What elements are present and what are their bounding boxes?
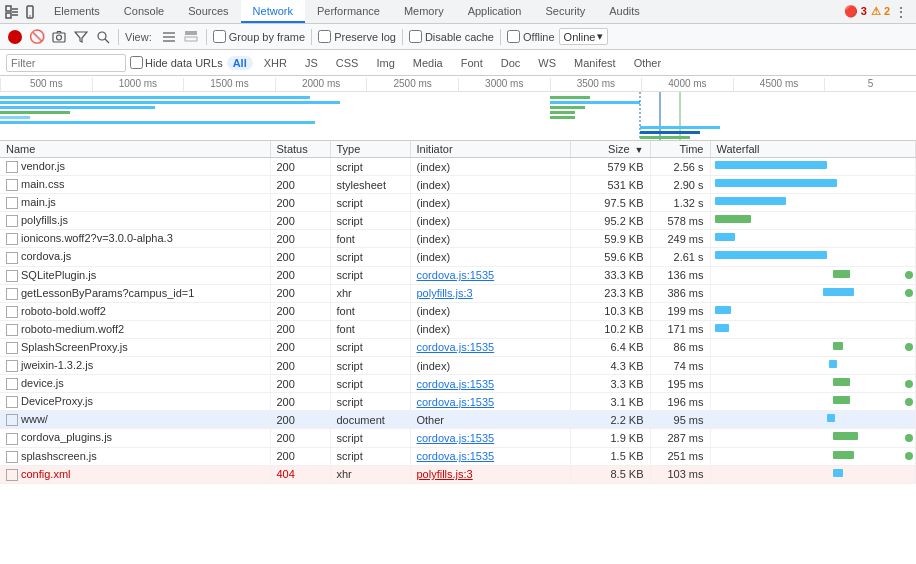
filter-tag-img[interactable]: Img <box>369 55 401 71</box>
filter-tag-doc[interactable]: Doc <box>494 55 528 71</box>
table-row[interactable]: ionicons.woff2?v=3.0.0-alpha.3200font(in… <box>0 230 916 248</box>
disable-cache-checkbox[interactable]: Disable cache <box>409 30 494 43</box>
cell-name: config.xml <box>0 465 270 483</box>
filter-button[interactable] <box>72 28 90 46</box>
cell-waterfall <box>710 248 916 266</box>
tab-audits[interactable]: Audits <box>597 0 652 23</box>
filter-tag-all[interactable]: All <box>227 56 253 70</box>
cell-initiator[interactable]: cordova.js:1535 <box>410 447 570 465</box>
cell-initiator[interactable]: cordova.js:1535 <box>410 266 570 284</box>
svg-rect-17 <box>0 101 340 104</box>
tab-application[interactable]: Application <box>456 0 534 23</box>
table-row[interactable]: config.xml404xhrpolyfills.js:38.5 KB103 … <box>0 465 916 483</box>
table-row[interactable]: splashscreen.js200scriptcordova.js:15351… <box>0 447 916 465</box>
hide-data-urls-input[interactable] <box>130 56 143 69</box>
cell-status: 200 <box>270 357 330 375</box>
tab-performance[interactable]: Performance <box>305 0 392 23</box>
col-header-time[interactable]: Time <box>650 141 710 158</box>
svg-rect-23 <box>550 101 640 104</box>
table-row[interactable]: device.js200scriptcordova.js:15353.3 KB1… <box>0 375 916 393</box>
cell-size: 1.5 KB <box>570 447 650 465</box>
group-by-frame-checkbox[interactable]: Group by frame <box>213 30 305 43</box>
list-view-button[interactable] <box>160 28 178 46</box>
cell-initiator[interactable]: cordova.js:1535 <box>410 429 570 447</box>
table-row[interactable]: DeviceProxy.js200scriptcordova.js:15353.… <box>0 393 916 411</box>
cell-time: 249 ms <box>650 230 710 248</box>
search-button[interactable] <box>94 28 112 46</box>
filter-tag-other[interactable]: Other <box>627 55 669 71</box>
capture-screenshot-button[interactable] <box>50 28 68 46</box>
cell-time: 2.56 s <box>650 158 710 176</box>
cell-time: 251 ms <box>650 447 710 465</box>
tab-memory[interactable]: Memory <box>392 0 456 23</box>
svg-rect-0 <box>6 6 11 11</box>
preserve-log-input[interactable] <box>318 30 331 43</box>
table-row[interactable]: getLessonByParams?campus_id=1200xhrpolyf… <box>0 284 916 302</box>
table-row[interactable]: vendor.js200script(index)579 KB2.56 s <box>0 158 916 176</box>
more-icon[interactable]: ⋮ <box>894 4 908 20</box>
waterfall-dot-indicator <box>905 343 913 351</box>
table-row[interactable]: SplashScreenProxy.js200scriptcordova.js:… <box>0 338 916 356</box>
filter-tag-css[interactable]: CSS <box>329 55 366 71</box>
filter-tag-xhr[interactable]: XHR <box>257 55 294 71</box>
cell-initiator[interactable]: cordova.js:1535 <box>410 375 570 393</box>
devtools-inspect-icon[interactable] <box>4 4 20 20</box>
col-header-size[interactable]: Size ▼ <box>570 141 650 158</box>
table-row[interactable]: jweixin-1.3.2.js200script(index)4.3 KB74… <box>0 357 916 375</box>
filter-input[interactable] <box>6 54 126 72</box>
offline-input[interactable] <box>507 30 520 43</box>
table-row[interactable]: www/200documentOther2.2 KB95 ms <box>0 411 916 429</box>
clear-button[interactable]: 🚫 <box>28 28 46 46</box>
table-row[interactable]: roboto-medium.woff2200font(index)10.2 KB… <box>0 320 916 338</box>
cell-status: 200 <box>270 393 330 411</box>
col-header-status[interactable]: Status <box>270 141 330 158</box>
cell-size: 8.5 KB <box>570 465 650 483</box>
table-row[interactable]: main.css200stylesheet(index)531 KB2.90 s <box>0 176 916 194</box>
waterfall-bar <box>715 161 827 169</box>
table-row[interactable]: polyfills.js200script(index)95.2 KB578 m… <box>0 212 916 230</box>
cell-initiator[interactable]: cordova.js:1535 <box>410 338 570 356</box>
tab-elements[interactable]: Elements <box>42 0 112 23</box>
col-header-initiator[interactable]: Initiator <box>410 141 570 158</box>
devtools-icons <box>0 0 42 23</box>
cell-status: 200 <box>270 302 330 320</box>
col-header-type[interactable]: Type <box>330 141 410 158</box>
table-row[interactable]: SQLitePlugin.js200scriptcordova.js:15353… <box>0 266 916 284</box>
filter-tag-js[interactable]: JS <box>298 55 325 71</box>
group-by-frame-input[interactable] <box>213 30 226 43</box>
tab-security[interactable]: Security <box>533 0 597 23</box>
filter-tag-ws[interactable]: WS <box>531 55 563 71</box>
disable-cache-input[interactable] <box>409 30 422 43</box>
tick-3000ms: 3000 ms <box>458 78 550 91</box>
cell-type: script <box>330 447 410 465</box>
cell-status: 200 <box>270 284 330 302</box>
table-row[interactable]: roboto-bold.woff2200font(index)10.3 KB19… <box>0 302 916 320</box>
cell-type: stylesheet <box>330 176 410 194</box>
cell-name: polyfills.js <box>0 212 270 230</box>
online-select[interactable]: Online ▾ <box>559 28 609 45</box>
hide-data-urls-checkbox[interactable]: Hide data URLs <box>130 56 223 69</box>
offline-checkbox[interactable]: Offline <box>507 30 555 43</box>
record-button[interactable] <box>6 28 24 46</box>
large-rows-button[interactable] <box>182 28 200 46</box>
cell-initiator[interactable]: polyfills.js:3 <box>410 284 570 302</box>
devtools-mobile-icon[interactable] <box>22 4 38 20</box>
cell-status: 200 <box>270 230 330 248</box>
filter-tag-media[interactable]: Media <box>406 55 450 71</box>
tab-network[interactable]: Network <box>241 0 305 23</box>
table-row[interactable]: main.js200script(index)97.5 KB1.32 s <box>0 194 916 212</box>
table-row[interactable]: cordova_plugins.js200scriptcordova.js:15… <box>0 429 916 447</box>
cell-initiator[interactable]: polyfills.js:3 <box>410 465 570 483</box>
filter-tag-manifest[interactable]: Manifest <box>567 55 623 71</box>
col-header-waterfall[interactable]: Waterfall <box>710 141 916 158</box>
cell-initiator[interactable]: cordova.js:1535 <box>410 393 570 411</box>
tab-console[interactable]: Console <box>112 0 176 23</box>
preserve-log-checkbox[interactable]: Preserve log <box>318 30 396 43</box>
cell-time: 2.90 s <box>650 176 710 194</box>
svg-rect-4 <box>6 13 11 18</box>
filter-tag-font[interactable]: Font <box>454 55 490 71</box>
col-header-name[interactable]: Name <box>0 141 270 158</box>
cell-waterfall <box>710 357 916 375</box>
tab-sources[interactable]: Sources <box>176 0 240 23</box>
table-row[interactable]: cordova.js200script(index)59.6 KB2.61 s <box>0 248 916 266</box>
